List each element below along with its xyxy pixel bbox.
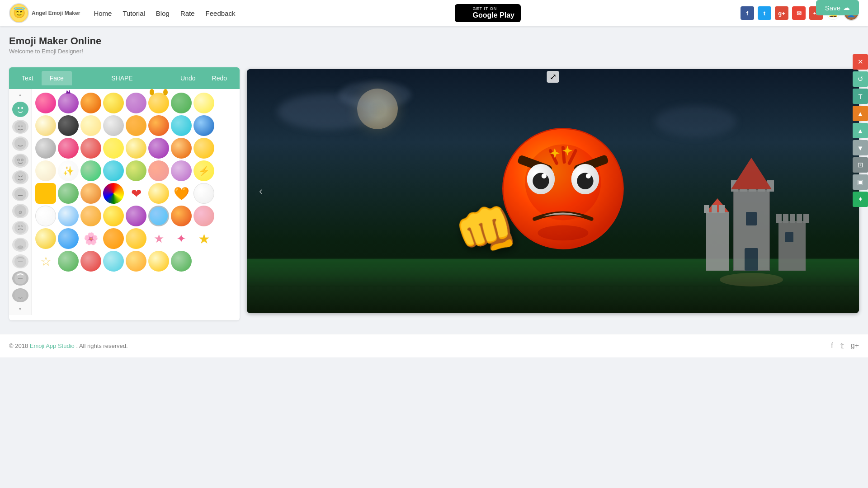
twitter-button[interactable]: t: [758, 6, 771, 20]
face-option-12[interactable]: [12, 288, 28, 302]
face-option-7[interactable]: [12, 204, 28, 218]
emoji-purple-circle-1[interactable]: [126, 93, 146, 113]
emoji-green-circle-4[interactable]: [58, 251, 79, 272]
face-option-9[interactable]: [12, 238, 28, 252]
emoji-silver-circle[interactable]: [103, 115, 124, 136]
emoji-gray-circle-1[interactable]: [35, 138, 56, 159]
emoji-pale-yellow[interactable]: [35, 115, 56, 136]
rt-special-button[interactable]: ✦: [853, 192, 868, 207]
emoji-yellow-square[interactable]: [35, 183, 56, 204]
face-option-6[interactable]: [12, 187, 28, 201]
emoji-sparkle[interactable]: ✨: [58, 160, 79, 181]
emoji-salmon-circle[interactable]: [148, 160, 169, 181]
save-button[interactable]: Save ☁: [816, 0, 859, 15]
emoji-purple-circle-3[interactable]: [171, 160, 192, 181]
emoji-amber-circle-2[interactable]: [126, 228, 146, 249]
emoji-orange-devil[interactable]: [148, 115, 169, 136]
emoji-pink-circle[interactable]: [35, 93, 56, 113]
emoji-yellow-lightning[interactable]: ⚡: [193, 160, 214, 181]
emoji-star-outline[interactable]: ☆: [35, 251, 56, 272]
tab-face[interactable]: Face: [42, 71, 72, 85]
footer-company-link[interactable]: Emoji App Studio: [30, 343, 75, 349]
tab-text[interactable]: Text: [14, 71, 42, 85]
rt-close-button[interactable]: ✕: [853, 54, 868, 70]
emoji-yellow-circle-4[interactable]: [148, 183, 169, 204]
emoji-purple-devil[interactable]: [58, 93, 79, 113]
footer-twitter-icon[interactable]: 𝕥: [840, 342, 844, 350]
emoji-yellow-circle-2[interactable]: [193, 93, 214, 113]
emoji-orange-circle-5[interactable]: [171, 206, 192, 226]
tab-shape[interactable]: SHAPE: [72, 71, 172, 85]
emoji-gold-ears[interactable]: [148, 93, 169, 113]
emoji-cyan-circle[interactable]: [171, 115, 192, 136]
emoji-green-circle-3[interactable]: [58, 183, 79, 204]
emoji-orange-circle-6[interactable]: [103, 228, 124, 249]
emoji-lime-circle[interactable]: [126, 160, 146, 181]
emoji-light-blue-circle[interactable]: [58, 206, 79, 226]
emoji-orange-heart[interactable]: 🧡: [171, 183, 192, 204]
emoji-yellow-circle-3[interactable]: [103, 138, 124, 159]
rt-refresh-button[interactable]: ↺: [853, 71, 868, 87]
emoji-green-circle[interactable]: [171, 93, 192, 113]
emoji-yellow-circle-1[interactable]: [103, 93, 124, 113]
rt-collapse-button[interactable]: ▼: [853, 140, 868, 155]
canvas-prev-button[interactable]: ‹: [259, 185, 263, 197]
emoji-rainbow[interactable]: [103, 183, 124, 204]
rt-expand-button[interactable]: ▲: [853, 123, 868, 138]
emoji-orange-circle[interactable]: [80, 93, 101, 113]
emoji-yellow-circle-5[interactable]: [103, 206, 124, 226]
face-option-10[interactable]: [12, 254, 28, 268]
emoji-pink-circle-2[interactable]: [58, 138, 79, 159]
footer-gplus-icon[interactable]: g+: [851, 342, 859, 350]
emoji-amber-circle-3[interactable]: [126, 251, 146, 272]
emoji-purple-circle-4[interactable]: [126, 206, 146, 226]
emoji-cream-circle[interactable]: [35, 160, 56, 181]
email-button[interactable]: ✉: [792, 6, 806, 20]
emoji-blue-circle-2[interactable]: [58, 228, 79, 249]
emoji-orange-circle-3[interactable]: [80, 183, 101, 204]
nav-rate[interactable]: Rate: [180, 9, 195, 17]
emoji-green-circle-5[interactable]: [171, 251, 192, 272]
face-option-3[interactable]: [12, 136, 28, 150]
emoji-flower-yellow[interactable]: 🌸: [80, 228, 101, 249]
nav-tutorial[interactable]: Tutorial: [123, 9, 145, 17]
emoji-white-circle-2[interactable]: [35, 206, 56, 226]
face-option-4[interactable]: [12, 154, 28, 168]
emoji-black-circle[interactable]: [58, 115, 79, 136]
rt-paste-button[interactable]: ▣: [853, 174, 868, 190]
face-option-2[interactable]: [12, 120, 28, 134]
emoji-orange-circle-2[interactable]: [171, 138, 192, 159]
emoji-blue-ring[interactable]: [148, 206, 169, 226]
rt-copy-button[interactable]: ⊡: [853, 157, 868, 173]
emoji-teal-circle[interactable]: [103, 160, 124, 181]
rt-layer-up-button[interactable]: ▲: [853, 106, 868, 121]
nav-home[interactable]: Home: [94, 9, 112, 17]
emoji-yellow-circle-7[interactable]: [148, 251, 169, 272]
emoji-yellow-circle-6[interactable]: [35, 228, 56, 249]
emoji-pink-star[interactable]: ★: [148, 228, 169, 249]
emoji-orange-face[interactable]: [126, 115, 146, 136]
expand-button[interactable]: ⤢: [547, 71, 559, 83]
face-option-5[interactable]: [12, 170, 28, 184]
emoji-red-heart[interactable]: ❤: [126, 183, 146, 204]
rt-text-button[interactable]: T: [853, 89, 868, 104]
nav-blog[interactable]: Blog: [156, 9, 170, 17]
tab-redo[interactable]: Redo: [204, 71, 235, 85]
emoji-yellow-face-2[interactable]: [126, 138, 146, 159]
emoji-blue-circle[interactable]: [193, 115, 214, 136]
emoji-red-circle-2[interactable]: [80, 251, 101, 272]
facebook-button[interactable]: f: [741, 6, 754, 20]
emoji-cyan-circle-2[interactable]: [103, 251, 124, 272]
emoji-amber-circle[interactable]: [193, 138, 214, 159]
tab-undo[interactable]: Undo: [172, 71, 203, 85]
emoji-white-circle[interactable]: [193, 183, 214, 204]
footer-facebook-icon[interactable]: f: [831, 342, 833, 350]
emoji-pink-star-2[interactable]: ✦: [171, 228, 192, 249]
face-option-8[interactable]: [12, 221, 28, 235]
emoji-green-circle-2[interactable]: [80, 160, 101, 181]
face-option-1[interactable]: [12, 102, 28, 117]
face-option-11[interactable]: [12, 271, 28, 285]
emoji-orange-circle-4[interactable]: [80, 206, 101, 226]
emoji-purple-circle-2[interactable]: [148, 138, 169, 159]
google-plus-button[interactable]: g+: [775, 6, 788, 20]
